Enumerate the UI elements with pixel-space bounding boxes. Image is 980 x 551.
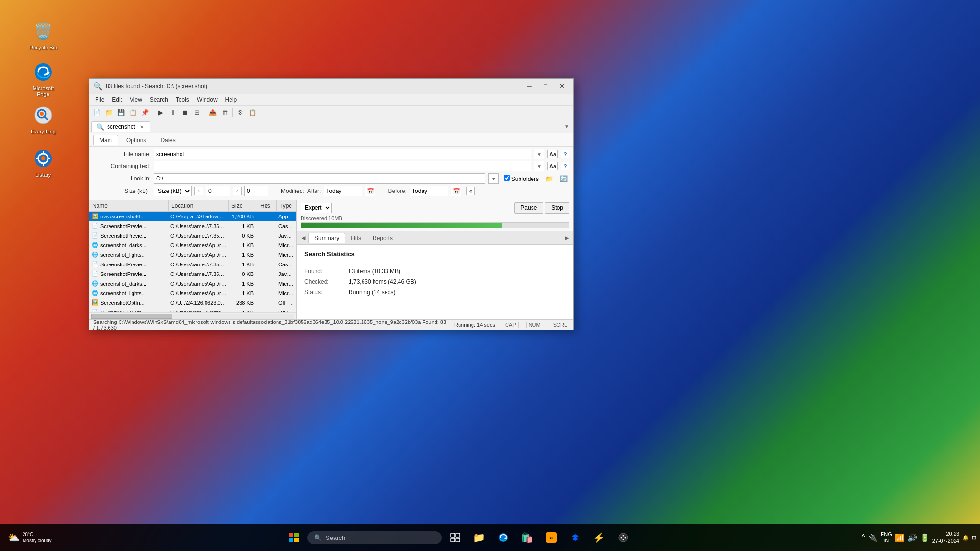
after-calendar[interactable]: 📅: [365, 186, 375, 196]
right-tab-right-arrow[interactable]: ▶: [562, 233, 571, 243]
tray-lang[interactable]: ENGIN: [881, 531, 892, 544]
menu-tools[interactable]: Tools: [172, 96, 193, 104]
table-row[interactable]: 🌐 screenshot_lights... C:\Users\rames\Ap…: [89, 250, 296, 260]
table-row[interactable]: 📄 ScreenshotPrevie... C:\Users\rame..\7.…: [89, 269, 296, 279]
menu-help[interactable]: Help: [221, 96, 241, 104]
containing-text-help[interactable]: ?: [561, 162, 569, 170]
task-view-button[interactable]: [445, 527, 466, 548]
tray-battery[interactable]: 🔋: [920, 533, 930, 542]
stop-button[interactable]: Stop: [545, 202, 569, 214]
expert-dropdown[interactable]: Expert: [301, 203, 332, 213]
table-row[interactable]: 🖼️ nvspscreenshot6... C:\Progra...\Shado…: [89, 212, 296, 221]
file-name-help[interactable]: ?: [561, 150, 569, 158]
containing-text-case[interactable]: Aa: [547, 162, 558, 170]
before-calendar[interactable]: 📅: [451, 186, 461, 196]
size-less-btn2[interactable]: ‹: [233, 187, 242, 195]
right-tab-left-arrow[interactable]: ◀: [299, 233, 308, 243]
tray-chevron[interactable]: ^: [861, 533, 865, 542]
menu-search[interactable]: Search: [146, 96, 172, 104]
hscroll-thumb[interactable]: [91, 314, 172, 319]
browser-button[interactable]: [493, 527, 514, 548]
tab-main[interactable]: Main: [93, 135, 118, 145]
tray-network[interactable]: 🔌: [868, 533, 878, 542]
containing-text-dropdown[interactable]: ▼: [534, 161, 544, 171]
toolbar-new[interactable]: 📄: [91, 107, 103, 119]
menu-view[interactable]: View: [126, 96, 146, 104]
tab-options[interactable]: Options: [120, 135, 152, 145]
notification-bell[interactable]: 🔔: [962, 535, 969, 541]
col-header-hits[interactable]: Hits: [257, 200, 277, 211]
size-from-input[interactable]: [206, 186, 230, 196]
tray-wifi[interactable]: 📶: [895, 533, 905, 542]
desktop-icon-everything[interactable]: Everything: [24, 101, 62, 137]
hscroll-track[interactable]: [91, 314, 294, 319]
desktop-icon-recycle-bin[interactable]: 🗑️ Recycle Bin: [24, 17, 62, 53]
tab-hits[interactable]: Hits: [345, 233, 367, 243]
file-name-input[interactable]: [154, 149, 531, 159]
table-row[interactable]: 📄 ScreenshotPrevie... C:\Users\rame..\7.…: [89, 221, 296, 231]
size-less-btn[interactable]: ›: [194, 187, 203, 195]
thunder-button[interactable]: ⚡: [589, 527, 610, 548]
tab-dropdown[interactable]: ▼: [562, 122, 571, 132]
pause-button[interactable]: Pause: [514, 202, 543, 214]
look-in-refresh[interactable]: 🔄: [558, 173, 569, 184]
col-header-size[interactable]: Size: [229, 200, 257, 211]
before-settings[interactable]: ⚙: [466, 187, 475, 195]
toolbar-export[interactable]: 📤: [207, 107, 218, 119]
tab-summary[interactable]: Summary: [308, 233, 345, 243]
file-list-hscroll[interactable]: [89, 312, 296, 319]
menu-window[interactable]: Window: [193, 96, 221, 104]
file-name-dropdown[interactable]: ▼: [534, 149, 544, 159]
after-input[interactable]: [324, 186, 362, 196]
toolbar-grid[interactable]: ⊞: [191, 107, 203, 119]
maximize-button[interactable]: □: [538, 80, 553, 93]
minimize-button[interactable]: ─: [521, 80, 537, 93]
toolbar-more[interactable]: 📋: [247, 107, 258, 119]
table-row[interactable]: 🌐 screenshot_darks... C:\Users\rames\Ap.…: [89, 240, 296, 250]
table-row[interactable]: 🌐 screenshot_darks... C:\Users\rames\Ap.…: [89, 279, 296, 288]
toolbar-open[interactable]: 📁: [103, 107, 115, 119]
table-row[interactable]: 🖼️ ScreenshotOptIn... C:\U...\24.126.062…: [89, 298, 296, 308]
look-in-input[interactable]: [154, 173, 485, 184]
size-select[interactable]: Size (kB): [154, 186, 192, 196]
close-button[interactable]: ✕: [554, 80, 569, 93]
amazon-button[interactable]: a: [541, 527, 562, 548]
toolbar-delete[interactable]: 🗑: [219, 107, 230, 119]
file-explorer-button[interactable]: 📁: [469, 527, 490, 548]
col-header-location[interactable]: Location: [169, 200, 229, 211]
look-in-dropdown[interactable]: ▼: [488, 173, 499, 184]
search-tab-screenshot[interactable]: 🔍 screenshot ✕: [91, 121, 150, 132]
weather-widget[interactable]: ⛅ 28°C Mostly cloudy: [4, 531, 56, 544]
desktop-icon-listary[interactable]: Listary: [24, 144, 62, 180]
look-in-folder[interactable]: 📁: [544, 173, 555, 184]
menu-edit[interactable]: Edit: [108, 96, 126, 104]
store-button[interactable]: 🛍️: [517, 527, 538, 548]
toolbar-play[interactable]: ▶: [155, 107, 167, 119]
desktop-icon-edge[interactable]: Microsoft Edge: [24, 58, 62, 100]
toolbar-stop[interactable]: ⏹: [179, 107, 191, 119]
tab-reports[interactable]: Reports: [367, 233, 399, 243]
size-to-input[interactable]: [244, 186, 268, 196]
game-button[interactable]: [613, 527, 634, 548]
taskbar-search[interactable]: 🔍 Search: [307, 531, 442, 544]
col-header-type[interactable]: Type: [277, 200, 296, 211]
table-row[interactable]: 🌐 screenshot_lights... C:\Users\rames\Ap…: [89, 288, 296, 298]
containing-text-input[interactable]: [154, 161, 531, 171]
table-row[interactable]: 📄 ScreenshotPrevie... C:\Users\rame..\7.…: [89, 260, 296, 269]
file-name-case[interactable]: Aa: [547, 150, 558, 158]
dropbox-button[interactable]: [565, 527, 586, 548]
before-input[interactable]: [410, 186, 448, 196]
start-button[interactable]: [283, 527, 304, 548]
table-row[interactable]: 📄 162d8f4c47347cf... C:\Users\ram...\Per…: [89, 308, 296, 312]
toolbar-save[interactable]: 💾: [115, 107, 127, 119]
tab-dates[interactable]: Dates: [154, 135, 181, 145]
toolbar-copy-path[interactable]: 📋: [127, 107, 139, 119]
toolbar-paste[interactable]: 📌: [139, 107, 151, 119]
menu-file[interactable]: File: [91, 96, 108, 104]
tray-volume[interactable]: 🔊: [907, 533, 917, 542]
table-row[interactable]: 📄 ScreenshotPrevie... C:\Users\rame..\7.…: [89, 231, 296, 240]
toolbar-settings[interactable]: ⚙: [235, 107, 246, 119]
search-tab-close[interactable]: ✕: [138, 123, 145, 130]
toolbar-pause[interactable]: ⏸: [167, 107, 179, 119]
subfolders-checkbox[interactable]: [504, 175, 510, 181]
